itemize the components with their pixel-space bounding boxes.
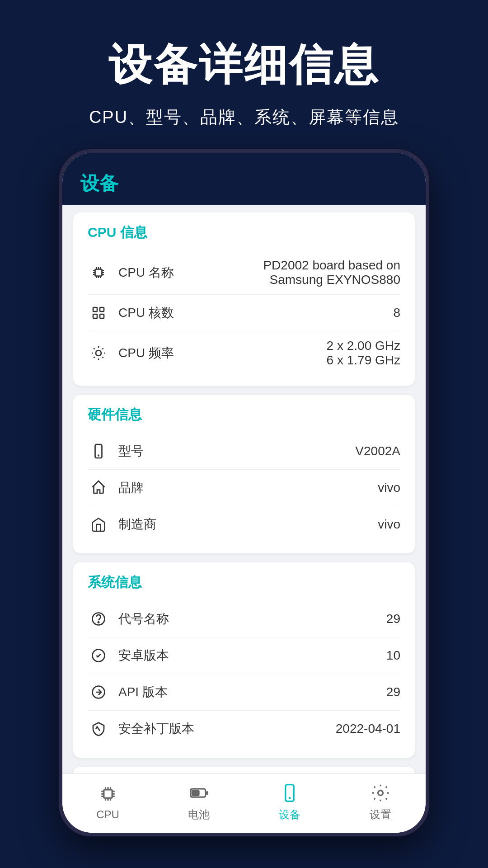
svg-rect-14 — [192, 791, 199, 796]
codename-label: 代号名称 — [118, 610, 386, 627]
svg-rect-1 — [93, 307, 97, 311]
page-subtitle: CPU、型号、品牌、系统、屏幕等信息 — [27, 106, 461, 129]
cpu-freq-row: CPU 频率 2 x 2.00 GHz 6 x 1.79 GHz — [88, 331, 400, 375]
cpu-info-card: CPU 信息 CPU 名称 PD2002 board based on Sams… — [73, 212, 415, 386]
phone-mockup: 设备 CPU 信息 CPU 名称 PD2002 — [59, 149, 429, 836]
cpu-freq-icon — [88, 342, 109, 364]
brand-value: vivo — [378, 481, 400, 495]
phone-inner: 设备 CPU 信息 CPU 名称 PD2002 — [62, 153, 426, 833]
content-area: CPU 信息 CPU 名称 PD2002 board based on Sams… — [62, 205, 426, 774]
cpu-name-row: CPU 名称 PD2002 board based on Samsung EXY… — [88, 251, 400, 295]
device-nav-icon — [278, 781, 301, 805]
nav-item-settings[interactable]: 设置 — [349, 781, 412, 822]
svg-point-17 — [378, 791, 383, 796]
cpu-nav-icon — [96, 782, 120, 806]
settings-nav-label: 设置 — [370, 807, 391, 822]
svg-rect-3 — [93, 314, 97, 318]
cpu-chip-icon — [88, 262, 109, 283]
cpu-freq-value: 2 x 2.00 GHz 6 x 1.79 GHz — [327, 339, 400, 368]
svg-point-5 — [96, 350, 101, 356]
screen-info-card: 屏幕信息 — [73, 767, 415, 774]
hardware-section-title: 硬件信息 — [88, 406, 400, 424]
header: 设备详细信息 CPU、型号、品牌、系统、屏幕等信息 — [0, 0, 488, 147]
model-row: 型号 V2002A — [88, 433, 400, 470]
manufacturer-label: 制造商 — [118, 516, 378, 533]
cpu-cores-label: CPU 核数 — [118, 304, 393, 321]
codename-row: 代号名称 29 — [88, 601, 400, 637]
svg-rect-2 — [100, 307, 104, 311]
nav-item-device[interactable]: 设备 — [258, 781, 321, 822]
security-row: 安全补丁版本 2022-04-01 — [88, 711, 400, 747]
android-value: 10 — [386, 648, 400, 663]
battery-nav-icon — [187, 781, 211, 805]
app-bar: 设备 — [62, 153, 426, 205]
device-icon — [88, 440, 109, 462]
svg-point-9 — [98, 622, 99, 623]
svg-rect-0 — [95, 269, 102, 276]
device-nav-label: 设备 — [279, 807, 300, 822]
svg-rect-12 — [103, 790, 112, 798]
brand-row: 品牌 vivo — [88, 470, 400, 506]
codename-icon — [88, 608, 109, 630]
model-label: 型号 — [118, 443, 355, 460]
cpu-cores-row: CPU 核数 8 — [88, 295, 400, 331]
brand-label: 品牌 — [118, 479, 378, 496]
manufacturer-icon — [88, 514, 109, 535]
cpu-name-value: PD2002 board based on Samsung EXYNOS880 — [238, 258, 400, 287]
page-title: 设备详细信息 — [27, 36, 461, 95]
bottom-nav: CPU 电池 — [62, 774, 426, 833]
manufacturer-value: vivo — [378, 517, 400, 532]
svg-rect-4 — [100, 314, 104, 318]
android-icon — [88, 645, 109, 666]
api-icon — [88, 681, 109, 703]
system-section-title: 系统信息 — [88, 573, 400, 592]
cpu-nav-label: CPU — [96, 808, 119, 821]
security-value: 2022-04-01 — [336, 722, 400, 736]
api-value: 29 — [386, 685, 400, 699]
security-icon — [88, 718, 109, 740]
model-value: V2002A — [355, 444, 400, 458]
android-row: 安卓版本 10 — [88, 637, 400, 674]
manufacturer-row: 制造商 vivo — [88, 506, 400, 542]
hardware-info-card: 硬件信息 型号 V2002A — [73, 395, 415, 553]
settings-nav-icon — [369, 781, 392, 805]
system-info-card: 系统信息 代号名称 29 — [73, 562, 415, 758]
nav-item-cpu[interactable]: CPU — [76, 782, 140, 821]
cpu-freq-label: CPU 频率 — [118, 344, 327, 362]
nav-item-battery[interactable]: 电池 — [167, 781, 230, 822]
cpu-core-icon — [88, 302, 109, 324]
cpu-section-title: CPU 信息 — [88, 223, 400, 242]
api-label: API 版本 — [118, 684, 386, 701]
brand-icon — [88, 477, 109, 499]
battery-nav-label: 电池 — [188, 807, 210, 822]
phone-outer: 设备 CPU 信息 CPU 名称 PD2002 — [59, 149, 429, 836]
security-label: 安全补丁版本 — [118, 720, 336, 737]
api-row: API 版本 29 — [88, 674, 400, 711]
app-bar-title: 设备 — [80, 171, 408, 196]
cpu-name-label: CPU 名称 — [118, 264, 238, 281]
android-label: 安卓版本 — [118, 647, 386, 664]
cpu-cores-value: 8 — [393, 306, 400, 320]
codename-value: 29 — [386, 612, 400, 626]
